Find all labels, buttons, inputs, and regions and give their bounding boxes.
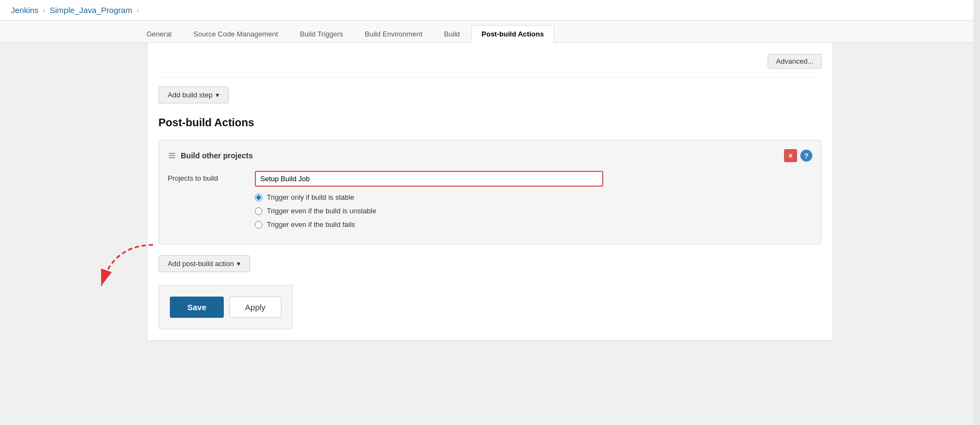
action-buttons: Save Apply xyxy=(158,285,293,329)
panel-title: Build other projects xyxy=(181,151,253,160)
radio-trigger-unstable-label: Trigger even if the build is unstable xyxy=(267,207,376,215)
drag-handle[interactable] xyxy=(168,152,176,159)
add-build-step-chevron-icon: ▾ xyxy=(216,91,219,99)
radio-trigger-stable[interactable]: Trigger only if build is stable xyxy=(255,193,812,201)
apply-button[interactable]: Apply xyxy=(229,297,281,318)
breadcrumb-sep-2: › xyxy=(137,6,139,14)
radio-trigger-stable-label: Trigger only if build is stable xyxy=(267,193,354,201)
panel-header: Build other projects × ? xyxy=(168,149,812,162)
tab-build[interactable]: Build xyxy=(434,25,470,42)
add-build-step-wrapper: Add build step ▾ xyxy=(158,87,822,116)
radio-trigger-fails-label: Trigger even if the build fails xyxy=(267,220,355,229)
tab-post-build-actions[interactable]: Post-build Actions xyxy=(471,25,554,43)
radio-trigger-stable-input[interactable] xyxy=(255,194,262,201)
close-panel-button[interactable]: × xyxy=(784,149,797,162)
arrow-annotation xyxy=(71,239,164,294)
radio-trigger-unstable[interactable]: Trigger even if the build is unstable xyxy=(255,207,812,215)
main-content: Advanced... Add build step ▾ Post-build … xyxy=(136,43,844,362)
projects-to-build-label: Projects to build xyxy=(168,171,255,182)
radio-trigger-fails[interactable]: Trigger even if the build fails xyxy=(255,220,812,229)
add-postbuild-chevron-icon: ▾ xyxy=(237,260,241,268)
help-button[interactable]: ? xyxy=(800,150,812,162)
add-postbuild-wrapper: Add post-build action ▾ xyxy=(158,255,822,283)
breadcrumb-sep-1: › xyxy=(43,6,45,14)
build-other-projects-panel: Build other projects × ? Projects to bui… xyxy=(158,140,822,244)
post-build-actions-heading: Post-build Actions xyxy=(158,116,822,129)
advanced-section: Advanced... xyxy=(158,54,822,78)
advanced-button[interactable]: Advanced... xyxy=(768,54,822,69)
radio-trigger-unstable-input[interactable] xyxy=(255,207,262,215)
radio-group: Trigger only if build is stable Trigger … xyxy=(255,193,812,229)
tab-navigation: General Source Code Management Build Tri… xyxy=(0,21,980,43)
content-wrapper: Advanced... Add build step ▾ Post-build … xyxy=(147,43,833,341)
projects-to-build-row: Projects to build Trigger only if build … xyxy=(168,171,812,229)
tab-build-triggers[interactable]: Build Triggers xyxy=(290,25,353,42)
tab-build-environment[interactable]: Build Environment xyxy=(354,25,433,42)
tab-scm[interactable]: Source Code Management xyxy=(183,25,288,42)
panel-title-group: Build other projects xyxy=(168,151,253,160)
project-link[interactable]: Simple_Java_Program xyxy=(50,5,132,15)
scrollbar[interactable] xyxy=(973,0,980,362)
add-build-step-label: Add build step xyxy=(168,91,212,99)
add-build-step-button[interactable]: Add build step ▾ xyxy=(158,87,229,103)
jenkins-link[interactable]: Jenkins xyxy=(11,5,39,15)
radio-trigger-fails-input[interactable] xyxy=(255,221,262,229)
breadcrumb-bar: Jenkins › Simple_Java_Program › xyxy=(0,0,980,21)
save-apply-section: Save Apply xyxy=(158,283,293,329)
panel-actions: × ? xyxy=(784,149,812,162)
form-control-group: Trigger only if build is stable Trigger … xyxy=(255,171,812,229)
add-postbuild-button[interactable]: Add post-build action ▾ xyxy=(158,255,250,272)
save-button[interactable]: Save xyxy=(170,297,224,318)
tab-general[interactable]: General xyxy=(136,25,182,42)
add-postbuild-label: Add post-build action xyxy=(168,260,234,268)
projects-to-build-input[interactable] xyxy=(255,171,603,187)
